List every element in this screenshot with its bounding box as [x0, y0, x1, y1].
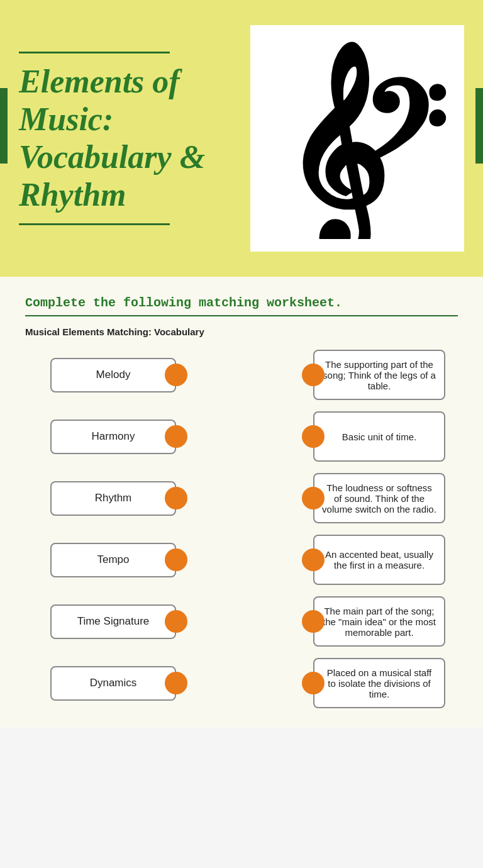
dot-dynamics-right[interactable]: [165, 672, 187, 694]
def-box-2[interactable]: Basic unit of time.: [313, 411, 445, 462]
term-harmony[interactable]: Harmony: [50, 420, 176, 454]
def-box-1[interactable]: The supporting part of the song; Think o…: [313, 350, 445, 400]
dot-def6-left[interactable]: [302, 672, 325, 694]
section-divider: [25, 315, 458, 316]
term-time-signature[interactable]: Time Signature: [50, 604, 176, 639]
header-left-panel: Elements of Music: Vocabulary & Rhythm: [19, 52, 238, 225]
match-row-1: Melody The supporting part of the song; …: [25, 350, 458, 400]
page-title: Elements of Music: Vocabulary & Rhythm: [19, 63, 238, 213]
dot-def5-left[interactable]: [302, 610, 325, 633]
dot-tempo-right[interactable]: [165, 548, 187, 571]
dot-def4-left[interactable]: [302, 548, 325, 571]
dot-rhythm-right[interactable]: [165, 487, 187, 509]
def-row-5: The main part of the song; the "main ide…: [302, 596, 458, 647]
dot-harmony-right[interactable]: [165, 425, 187, 448]
match-row-4: Tempo An accented beat, usually the firs…: [25, 535, 458, 585]
term-melody[interactable]: Melody: [50, 358, 176, 392]
section-label: Musical Elements Matching: Vocabulary: [25, 326, 458, 337]
match-row-3: Rhythm The loudness or softness of sound…: [25, 473, 458, 523]
svg-text:𝄢: 𝄢: [360, 65, 447, 211]
def-row-1: The supporting part of the song; Think o…: [302, 350, 458, 400]
worksheet-instruction: Complete the following matching workshee…: [25, 296, 458, 310]
def-box-6[interactable]: Placed on a musical staff to isolate the…: [313, 658, 445, 708]
dot-def3-left[interactable]: [302, 487, 325, 509]
match-row-6: Dynamics Placed on a musical staff to is…: [25, 658, 458, 708]
match-row-2: Harmony Basic unit of time.: [25, 411, 458, 462]
dot-timesig-right[interactable]: [165, 610, 187, 633]
term-rhythm[interactable]: Rhythm: [50, 481, 176, 516]
dot-def1-left[interactable]: [302, 364, 325, 386]
def-row-6: Placed on a musical staff to isolate the…: [302, 658, 458, 708]
right-accent-bar: [475, 88, 483, 164]
clef-svg: 𝄞 𝄢: [263, 38, 452, 239]
term-tempo[interactable]: Tempo: [50, 543, 176, 577]
header-bottom-line: [19, 223, 170, 225]
def-box-5[interactable]: The main part of the song; the "main ide…: [313, 596, 445, 647]
def-row-2: Basic unit of time.: [302, 411, 458, 462]
def-row-4: An accented beat, usually the first in a…: [302, 535, 458, 585]
def-row-3: The loudness or softness of sound. Think…: [302, 473, 458, 523]
clef-image: 𝄞 𝄢: [250, 25, 464, 252]
header-top-line: [19, 52, 170, 53]
match-row-5: Time Signature The main part of the song…: [25, 596, 458, 647]
def-box-3[interactable]: The loudness or softness of sound. Think…: [313, 473, 445, 523]
main-content: Complete the following matching workshee…: [0, 277, 483, 727]
dot-def2-left[interactable]: [302, 425, 325, 448]
dot-melody-right[interactable]: [165, 364, 187, 386]
matching-area: Melody The supporting part of the song; …: [25, 350, 458, 708]
header-section: Elements of Music: Vocabulary & Rhythm 𝄞…: [0, 0, 483, 277]
def-box-4[interactable]: An accented beat, usually the first in a…: [313, 535, 445, 585]
left-accent-bar: [0, 88, 8, 164]
term-dynamics[interactable]: Dynamics: [50, 666, 176, 701]
